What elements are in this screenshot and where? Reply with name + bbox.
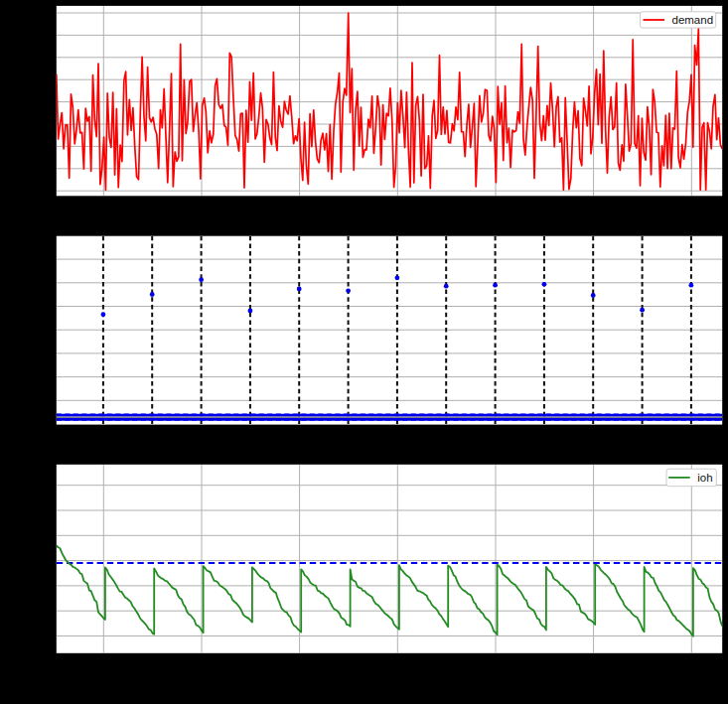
- svg-text:ioh: ioh: [697, 472, 712, 484]
- svg-text:demand: demand: [672, 14, 714, 26]
